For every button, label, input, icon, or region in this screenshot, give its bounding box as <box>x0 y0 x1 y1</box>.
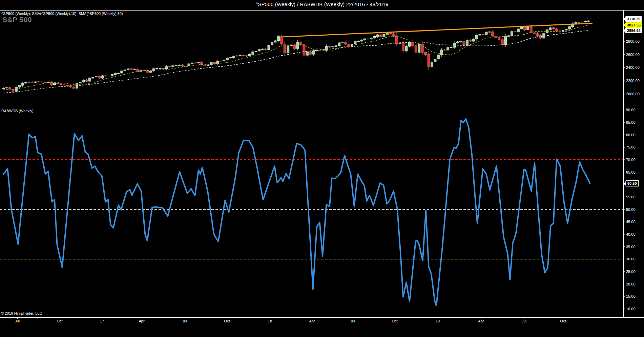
time-tick-label: Apr <box>309 319 315 323</box>
time-tick-label: 19 <box>436 319 440 323</box>
chart-frame <box>0 11 644 318</box>
time-tick-label: Jul <box>350 319 355 323</box>
time-tick-label: Apr <box>139 319 144 323</box>
indicator-tick-label: 85.00 <box>626 120 636 124</box>
time-tick-label: 17 <box>100 319 104 323</box>
price-panel[interactable] <box>0 17 623 93</box>
chart-window: ^SP500 (Weekly) / RABWDB (Weekly) 22/201… <box>0 0 644 337</box>
copyright-notice: © 2019 NinjaTrader, LLC <box>1 311 42 315</box>
axis-ticks <box>18 41 625 319</box>
indicator-tick-label: 70.00 <box>626 158 636 162</box>
chart-canvas[interactable] <box>0 0 644 337</box>
indicator-tick-label: 45.00 <box>626 220 636 224</box>
time-tick-label: Jul <box>182 319 187 323</box>
tag-arrow-icon <box>624 22 626 28</box>
price-marker-tag: 3110.29 <box>626 16 642 22</box>
tag-arrow-icon <box>624 181 626 186</box>
sma-30-line[interactable] <box>3 30 589 93</box>
indicator-tick-label: 25.00 <box>626 270 636 274</box>
time-tick-label: Oct <box>560 319 566 323</box>
time-tick-label: Jul <box>522 319 526 323</box>
time-tick-label: 18 <box>268 319 272 323</box>
price-marker-tag: 2956.62 <box>626 28 642 33</box>
indicator-tick-label: 20.00 <box>626 282 636 286</box>
indicator-tick-label: 30.00 <box>626 257 636 261</box>
price-tick-label: 2200.00 <box>626 79 640 83</box>
price-tick-label: 2000.00 <box>626 92 640 96</box>
tag-arrow-icon <box>624 28 626 33</box>
price-tick-label: 2400.00 <box>626 65 640 70</box>
candle-wicks <box>3 20 589 93</box>
time-tick-label: Oct <box>224 319 230 323</box>
indicator-tick-label: 15.00 <box>626 294 636 298</box>
time-tick-label: Jul <box>15 319 20 323</box>
time-tick-label: Oct <box>57 319 62 323</box>
indicator-tick-label: 55.00 <box>626 195 636 199</box>
indicator-panel[interactable] <box>0 119 623 306</box>
indicator-tick-label: 65.00 <box>626 170 636 174</box>
indicator-tick-label: 40.00 <box>626 232 636 236</box>
time-tick-label: Oct <box>392 319 397 323</box>
price-tick-label: 2800.00 <box>626 39 640 43</box>
candlestick-series <box>2 21 590 92</box>
instrument-watermark: S&P 500 <box>2 16 32 24</box>
price-panel-label: ^SP500 (Weekly), SMA(^SP500 (Weekly),10)… <box>1 12 123 16</box>
anchor-cross-icon[interactable] <box>585 17 589 21</box>
indicator-tick-label: 10.00 <box>626 307 636 311</box>
price-marker-tag: 3027.56 <box>626 22 642 28</box>
indicator-tick-label: 80.00 <box>626 133 636 137</box>
tag-arrow-icon <box>624 16 626 22</box>
indicator-tick-label: 90.00 <box>626 108 636 112</box>
indicator-tick-label: 50.00 <box>626 207 636 212</box>
indicator-panel-label: RABWDB (Weekly) <box>1 109 34 113</box>
rabwdb-line[interactable] <box>3 119 590 306</box>
price-marker-tag: 60.50 <box>626 180 639 186</box>
indicator-tick-label: 75.00 <box>626 145 636 149</box>
time-tick-label: Apr <box>478 319 484 323</box>
sma-10-line[interactable] <box>3 25 589 90</box>
price-tick-label: 2600.00 <box>626 53 640 57</box>
indicator-tick-label: 35.00 <box>626 245 636 249</box>
